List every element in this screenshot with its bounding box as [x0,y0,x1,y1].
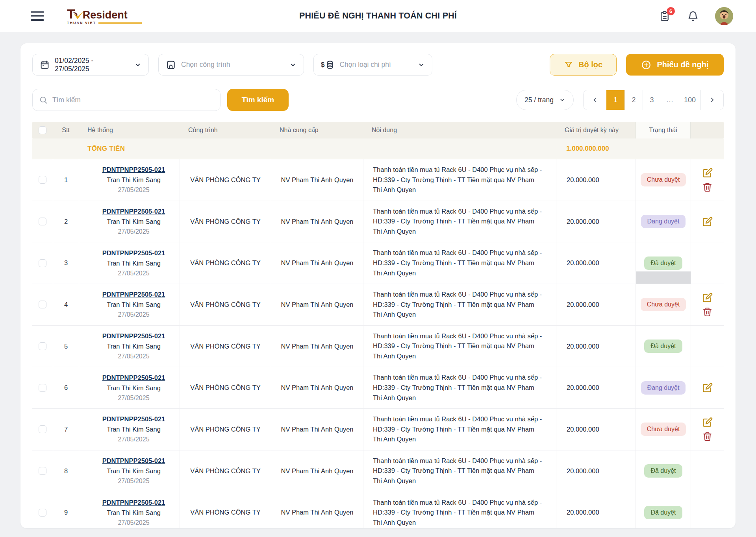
row-date: 27/05/2025 [118,228,149,235]
row-checkbox[interactable] [39,342,46,350]
delete-button[interactable] [702,307,712,317]
edit-icon [702,292,713,303]
select-all-checkbox[interactable] [39,126,46,134]
row-supplier: NV Pham Thi Anh Quyen [281,259,353,267]
column-noi-dung: Nội dung [363,122,556,138]
logo-underline [98,22,142,24]
app-logo: T Resident THUAN VIET [67,7,142,25]
document-code-link[interactable]: PDNTPNPP2505-021 [102,499,165,506]
table-row: 4 PDNTPNPP2505-021 Tran Thi Kim Sang 27/… [32,284,724,326]
row-value: 20.000.000 [567,259,599,267]
edit-button[interactable] [702,168,713,178]
edit-button[interactable] [702,292,713,303]
trash-icon [702,182,712,192]
row-value: 20.000.000 [567,343,599,350]
row-content: Thanh toán tiền mua tủ Rack 6U - D400 Ph… [373,331,544,362]
plus-circle-icon [641,60,651,70]
prev-page-button[interactable] [584,90,606,110]
row-value: 20.000.000 [567,384,599,391]
edit-button[interactable] [702,417,713,428]
logo-check-icon [72,10,84,22]
row-stt: 8 [53,450,79,492]
row-date: 27/05/2025 [118,270,149,277]
row-content: Thanh toán tiền mua tủ Rack 6U - D400 Ph… [373,248,544,278]
filter-row: 01/02/2025 - 27/05/2025 Chọn công trình … [32,54,724,76]
search-button[interactable]: Tìm kiếm [227,89,289,111]
row-project: VĂN PHÒNG CÔNG TY [190,218,260,225]
page-button-100[interactable]: 100 [679,90,700,110]
notifications-button[interactable] [687,10,699,22]
row-checkbox[interactable] [39,176,46,184]
row-checkbox[interactable] [39,259,46,267]
row-stt: 6 [53,367,79,408]
edit-button[interactable] [702,382,713,393]
row-supplier: NV Pham Thi Anh Quyen [281,343,353,350]
row-date: 27/05/2025 [118,478,149,485]
date-range-value: 01/02/2025 - 27/05/2025 [55,57,129,73]
chevron-down-icon [418,61,425,68]
row-checkbox[interactable] [39,425,46,433]
cost-type-select[interactable]: $ Chọn loại chi phí [313,54,432,76]
pagination: 123...100 [583,90,724,110]
status-badge: Đã duyệt [644,257,682,270]
column-gia-tri: Giá trị duyệt kỳ này [556,122,636,138]
row-checkbox[interactable] [39,301,46,308]
chevron-left-icon [591,96,598,103]
row-project: VĂN PHÒNG CÔNG TY [190,384,260,391]
next-page-button[interactable] [700,90,723,110]
table-row: 1 PDNTPNPP2505-021 Tran Thi Kim Sang 27/… [32,159,724,201]
page-title: PHIẾU ĐỀ NGHỊ THANH TOÁN CHI PHÍ [299,11,457,21]
filter-button[interactable]: Bộ lọc [550,54,617,76]
status-badge: Đã duyệt [644,340,682,353]
edit-icon [702,216,713,227]
document-code-link[interactable]: PDNTPNPP2505-021 [102,457,165,465]
requests-table: Stt Hệ thống Công trình Nhà cung cấp Nội… [32,122,724,528]
delete-button[interactable] [702,432,712,441]
row-supplier: NV Pham Thi Anh Quyen [281,467,353,475]
project-select[interactable]: Chọn công trình [158,54,304,76]
row-checkbox[interactable] [39,218,46,225]
money-icon: $ [321,60,334,70]
page-button-2[interactable]: 2 [624,90,643,110]
tasks-button[interactable]: 6 [658,10,671,22]
row-stt: 7 [53,409,79,450]
document-code-link[interactable]: PDNTPNPP2505-021 [102,332,165,340]
row-project: VĂN PHÒNG CÔNG TY [190,467,260,475]
page-button-1[interactable]: 1 [606,90,624,110]
row-person: Tran Thi Kim Sang [107,426,161,433]
calendar-icon [40,60,50,70]
menu-icon[interactable] [31,11,44,21]
column-trang-thai: Trạng thái [636,122,691,138]
loading-skeleton [636,271,691,284]
row-project: VĂN PHÒNG CÔNG TY [190,509,260,516]
row-person: Tran Thi Kim Sang [107,384,161,392]
delete-button[interactable] [702,182,712,192]
user-avatar[interactable] [715,7,733,25]
edit-icon [702,168,713,178]
document-code-link[interactable]: PDNTPNPP2505-021 [102,166,165,173]
document-code-link[interactable]: PDNTPNPP2505-021 [102,415,165,423]
status-badge: Chưa duyệt [641,298,686,311]
row-date: 27/05/2025 [118,395,149,402]
row-stt: 4 [53,284,79,325]
document-code-link[interactable]: PDNTPNPP2505-021 [102,291,165,298]
row-supplier: NV Pham Thi Anh Quyen [281,301,353,308]
chevron-down-icon [134,61,141,68]
date-range-picker[interactable]: 01/02/2025 - 27/05/2025 [32,54,149,76]
row-checkbox[interactable] [39,467,46,475]
row-checkbox[interactable] [39,384,46,392]
row-checkbox[interactable] [39,509,46,517]
row-project: VĂN PHÒNG CÔNG TY [190,301,260,308]
page-size-select[interactable]: 25 / trang [516,90,574,110]
search-input[interactable] [52,96,214,104]
page-ellipsis[interactable]: ... [661,90,679,110]
create-request-button[interactable]: Phiếu đề nghị [626,54,724,76]
row-value: 20.000.000 [567,467,599,475]
table-header: Stt Hệ thống Công trình Nhà cung cấp Nội… [32,122,724,138]
page-button-3[interactable]: 3 [643,90,661,110]
document-code-link[interactable]: PDNTPNPP2505-021 [102,208,165,215]
edit-button[interactable] [702,216,713,227]
document-code-link[interactable]: PDNTPNPP2505-021 [102,249,165,257]
document-code-link[interactable]: PDNTPNPP2505-021 [102,374,165,382]
total-row: TỔNG TIỀN 1.000.000.000 [32,138,724,159]
